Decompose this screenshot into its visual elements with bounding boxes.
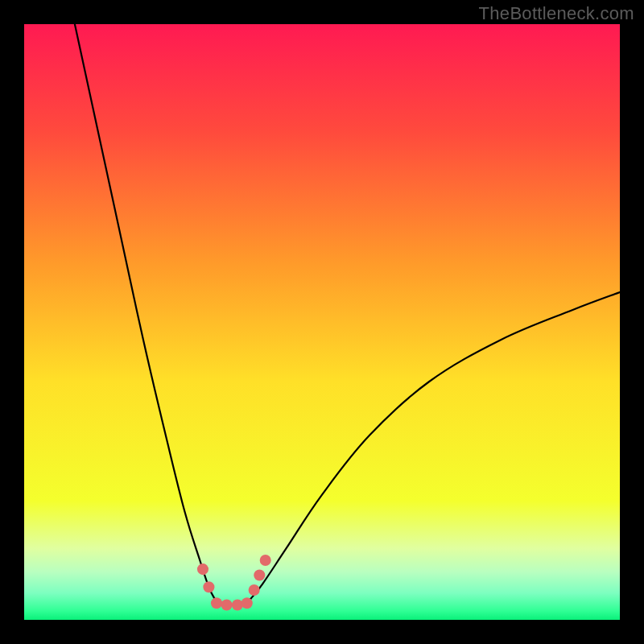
chart-plot-area [24,24,620,620]
notch-marker [249,584,260,596]
notch-marker [260,555,271,566]
notch-marker [197,564,208,575]
notch-marker [211,597,222,609]
notch-marker [221,599,233,610]
chart-svg [24,24,620,620]
chart-frame: TheBottleneck.com [0,0,644,644]
notch-marker [242,597,253,609]
watermark-label: TheBottleneck.com [479,3,634,24]
notch-marker [232,599,243,610]
notch-marker [254,569,265,580]
notch-marker [203,581,214,592]
chart-background [24,24,620,620]
